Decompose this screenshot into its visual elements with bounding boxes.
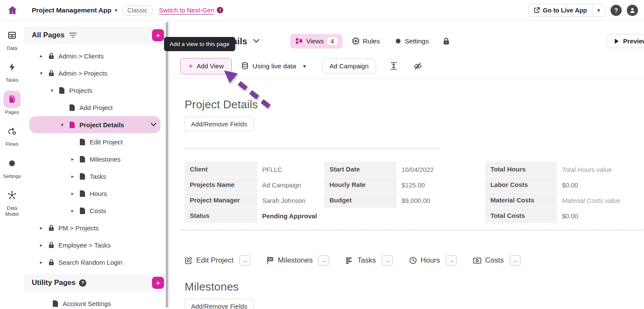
sidebar-scrollbar[interactable]	[166, 22, 168, 308]
tasks-link[interactable]: Tasks →	[346, 255, 392, 266]
info-icon[interactable]: i	[217, 7, 223, 13]
detail-value: Material Costs value	[557, 193, 644, 208]
utility-help-icon[interactable]: ?	[79, 279, 86, 287]
tree-caret-icon[interactable]	[69, 174, 76, 179]
page-lock-icon[interactable]	[443, 37, 450, 45]
home-icon[interactable]	[7, 5, 18, 16]
view-chip-ad-campaign[interactable]: Ad Campaign	[322, 58, 376, 73]
views-count-badge: 4	[327, 37, 337, 45]
tree-caret-icon[interactable]	[38, 242, 45, 248]
detail-row: Hourly Rate $125.00	[324, 177, 441, 193]
utility-pages-header: Utility Pages ? +	[24, 274, 169, 291]
page-tabs: Views 4 Rules Settings	[290, 34, 450, 49]
flows-icon	[7, 126, 17, 136]
edit-project-link[interactable]: Edit Project →	[185, 255, 250, 266]
detail-label: Material Costs	[485, 193, 557, 208]
tree-caret-icon[interactable]	[38, 53, 45, 59]
rail-item-settings[interactable]: Settings	[0, 155, 24, 179]
tree-item[interactable]: Search Random Login	[29, 254, 161, 271]
page-icon	[69, 104, 75, 111]
hide-eye-slash-icon[interactable]	[413, 62, 422, 70]
preview-button[interactable]: Preview	[607, 34, 644, 48]
add-remove-fields-button-2[interactable]: Add/Remove Fields	[185, 299, 254, 309]
tree-item[interactable]: Admin > Clients	[29, 47, 161, 64]
rail-item-pages[interactable]: Pages	[0, 91, 24, 115]
rail-item-data[interactable]: Data	[0, 27, 24, 51]
tree-caret-icon[interactable]	[69, 156, 76, 162]
tree-caret-icon[interactable]	[38, 70, 45, 76]
tree-caret-icon[interactable]	[59, 122, 66, 128]
go-to-costs-button[interactable]: →	[510, 255, 521, 266]
milestones-link[interactable]: Milestones →	[267, 255, 329, 266]
detail-value: 10/04/2022	[396, 162, 441, 177]
tree-item[interactable]: Employee > Tasks	[29, 236, 161, 254]
account-avatar[interactable]	[627, 5, 638, 16]
help-button[interactable]: ?	[611, 5, 622, 16]
add-view-button[interactable]: + Add View	[180, 58, 232, 74]
tree-item[interactable]: Edit Project	[29, 133, 161, 150]
data-table-icon	[7, 31, 17, 40]
rail-item-data-model[interactable]: Data Model	[0, 187, 24, 217]
go-to-hours-button[interactable]: →	[446, 255, 457, 266]
tree-item-label: Account Settings	[63, 300, 111, 307]
project-details-table: Client PFLLC Projects Name Ad Campaign P…	[185, 162, 644, 223]
filter-icon[interactable]	[69, 32, 77, 38]
detail-label: Hourly Rate	[324, 177, 396, 193]
tree-item-label: Milestones	[90, 156, 121, 163]
detail-label: Status	[185, 208, 257, 223]
row-height-icon[interactable]	[390, 62, 398, 70]
tree-item[interactable]: Project Details	[29, 116, 161, 133]
tree-item[interactable]: Projects	[29, 82, 161, 99]
costs-link[interactable]: Costs →	[473, 255, 520, 266]
tab-views[interactable]: Views 4	[290, 34, 343, 49]
app-switcher-caret-icon[interactable]: ▾	[115, 7, 117, 13]
detail-label: Projects Name	[185, 177, 257, 193]
detail-row: Total Hours Total Hours value	[485, 162, 644, 177]
tree-item[interactable]: Milestones	[29, 150, 161, 168]
chevron-down-icon[interactable]	[151, 123, 156, 126]
add-remove-fields-button[interactable]: Add/Remove Fields	[185, 116, 254, 132]
detail-row: Budget $9,000.00	[324, 193, 441, 208]
go-to-tasks-button[interactable]: →	[382, 255, 393, 266]
go-to-live-app-button[interactable]: Go to Live App	[529, 4, 592, 16]
add-page-button[interactable]: +	[152, 29, 164, 41]
tree-item[interactable]: Add Project	[29, 99, 161, 116]
lock-icon	[48, 70, 55, 76]
rail-item-flows[interactable]: Flows	[0, 122, 24, 147]
tree-item[interactable]: Costs	[29, 202, 161, 219]
tree-caret-icon[interactable]	[69, 208, 76, 214]
go-to-live-app-dropdown[interactable]: ▼	[592, 4, 605, 16]
tree-caret-icon[interactable]	[49, 88, 55, 93]
tree-item[interactable]: Tasks	[29, 168, 161, 185]
tree-item[interactable]: Account Settings	[29, 295, 161, 309]
page-icon	[52, 300, 58, 307]
tree-caret-icon[interactable]	[69, 191, 76, 196]
page-title-caret-icon[interactable]	[253, 39, 259, 43]
tab-rules[interactable]: Rules	[347, 34, 385, 49]
go-to-milestones-button[interactable]: →	[318, 255, 329, 266]
detail-label: Labor Costs	[485, 177, 557, 193]
page-icon	[59, 87, 65, 94]
tab-settings[interactable]: Settings	[389, 34, 434, 49]
detail-row: Material Costs Material Costs value	[485, 193, 644, 208]
detail-row: Status Pending Approval	[185, 208, 324, 223]
tree-caret-icon[interactable]	[38, 225, 45, 231]
add-utility-page-button[interactable]: +	[152, 277, 164, 289]
left-icon-rail: Data Tasks Pages Flows Settings Data Mod…	[0, 21, 24, 309]
gear-icon	[7, 159, 17, 168]
go-to-edit-project-button[interactable]: →	[239, 255, 250, 266]
go-to-live-app-split-button: Go to Live App ▼	[528, 4, 605, 17]
pages-tree: Admin > Clients Admin > Projects	[24, 44, 169, 271]
live-data-dropdown[interactable]: Using live data ▼	[241, 62, 307, 70]
hours-link[interactable]: Hours →	[409, 255, 457, 266]
tree-item-label: PM > Projects	[58, 224, 99, 232]
tree-item[interactable]: Admin > Projects	[29, 64, 161, 82]
gear-icon	[395, 38, 401, 45]
tree-caret-icon[interactable]	[38, 260, 45, 265]
pages-sidebar: All Pages + Admin > Clients	[24, 21, 170, 309]
detail-value: PFLLC	[257, 162, 325, 177]
tree-item[interactable]: Hours	[29, 185, 161, 202]
switch-to-nextgen-link[interactable]: Switch to Next-Gen	[159, 6, 214, 14]
tree-item[interactable]: PM > Projects	[29, 219, 161, 236]
rail-item-tasks[interactable]: Tasks	[0, 58, 24, 83]
